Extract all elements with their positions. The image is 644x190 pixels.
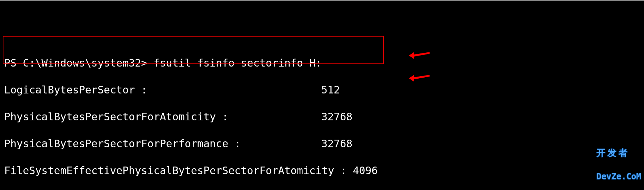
label-logical: LogicalBytesPerSector : — [4, 83, 321, 97]
svg-marker-1 — [409, 75, 430, 82]
output-row-atomicity: PhysicalBytesPerSectorForAtomicity :3276… — [4, 110, 644, 123]
output-row-logical: LogicalBytesPerSector :512 — [4, 83, 644, 97]
value-performance: 32768 — [321, 137, 352, 150]
output-row-performance: PhysicalBytesPerSectorForPerformance :32… — [4, 137, 644, 150]
command-text: fsutil fsinfo sectorinfo H: — [153, 57, 322, 69]
label-effective: FileSystemEffectivePhysicalBytesPerSecto… — [4, 164, 353, 177]
output-row-effective: FileSystemEffectivePhysicalBytesPerSecto… — [4, 164, 644, 177]
value-logical: 512 — [321, 83, 340, 97]
value-effective: 4096 — [353, 164, 378, 177]
label-performance: PhysicalBytesPerSectorForPerformance : — [4, 137, 321, 150]
prompt: PS C:\Windows\system32> — [4, 57, 153, 69]
command-line: PS C:\Windows\system32> fsutil fsinfo se… — [4, 56, 644, 70]
label-atomicity: PhysicalBytesPerSectorForAtomicity : — [4, 110, 321, 123]
value-atomicity: 32768 — [321, 110, 352, 123]
